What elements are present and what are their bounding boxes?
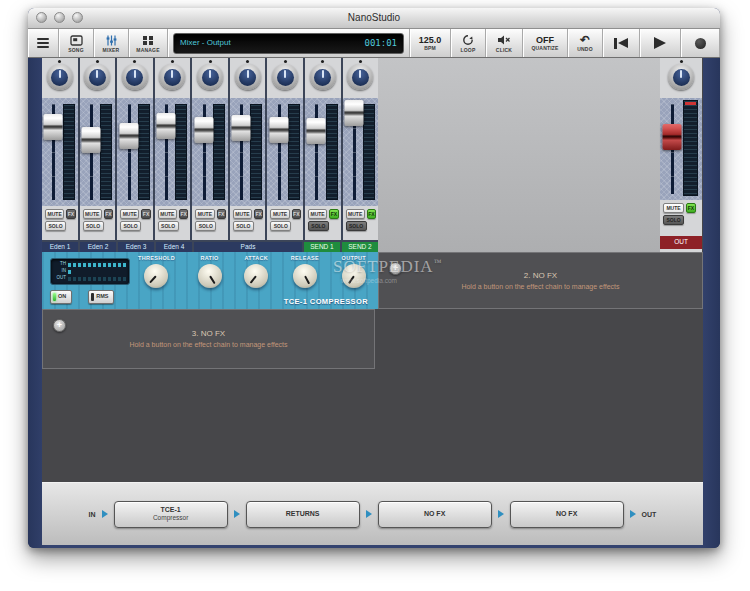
zoom-button[interactable]: [72, 12, 83, 23]
mute-button[interactable]: MUTE: [270, 209, 289, 219]
fader-handle[interactable]: [232, 115, 251, 141]
fader-handle[interactable]: [119, 123, 138, 149]
fx-slot-2[interactable]: + 2. NO FX Hold a button on the effect c…: [378, 252, 703, 309]
solo-button[interactable]: SOLO: [45, 221, 66, 231]
pan-knob[interactable]: [197, 64, 223, 90]
pan-knob[interactable]: [122, 64, 148, 90]
solo-button[interactable]: SOLO: [233, 221, 254, 231]
chain-node-1[interactable]: TCE-1Compressor: [114, 501, 228, 528]
pan-knob[interactable]: [310, 64, 336, 90]
fader-handle[interactable]: [157, 113, 176, 139]
fx-slot-title: 2. NO FX: [524, 272, 557, 280]
out-mute-button[interactable]: MUTE: [663, 203, 684, 213]
fx-button[interactable]: FX: [141, 209, 150, 219]
solo-button[interactable]: SOLO: [308, 221, 329, 231]
rewind-button[interactable]: [603, 29, 640, 57]
knob-position-mark: [171, 60, 174, 63]
song-button[interactable]: SONG: [59, 29, 94, 57]
undo-button[interactable]: ↶ UNDO: [568, 29, 603, 57]
mute-button[interactable]: MUTE: [233, 209, 252, 219]
fx-button[interactable]: FX: [292, 209, 301, 219]
fader-handle[interactable]: [344, 100, 363, 126]
solo-button[interactable]: SOLO: [83, 221, 104, 231]
fx-button[interactable]: FX: [329, 209, 338, 219]
fx-button[interactable]: FX: [254, 209, 263, 219]
fader-handle[interactable]: [269, 117, 288, 143]
pan-knob[interactable]: [272, 64, 298, 90]
channel-strip-5: MUTEFXSOLO: [192, 58, 228, 240]
record-button[interactable]: [681, 29, 720, 57]
pan-knob[interactable]: [347, 64, 373, 90]
out-fader-handle[interactable]: [662, 124, 681, 150]
add-effect-icon[interactable]: +: [389, 262, 402, 275]
solo-button[interactable]: SOLO: [120, 221, 141, 231]
out-solo-button[interactable]: SOLO: [663, 215, 684, 225]
on-led: [53, 293, 56, 301]
chain-node-4[interactable]: NO FX: [510, 501, 624, 528]
mute-button[interactable]: MUTE: [83, 209, 102, 219]
compressor-rms-button[interactable]: RMS: [88, 290, 114, 304]
fader-handle[interactable]: [194, 117, 213, 143]
pan-knob[interactable]: [235, 64, 261, 90]
mute-button[interactable]: MUTE: [45, 209, 64, 219]
mute-button[interactable]: MUTE: [158, 209, 177, 219]
mixer-button[interactable]: MIXER: [94, 29, 129, 57]
solo-button[interactable]: SOLO: [158, 221, 179, 231]
fx-slot-3[interactable]: + 3. NO FX Hold a button on the effect c…: [42, 309, 375, 369]
click-button[interactable]: CLICK: [486, 29, 523, 57]
lcd-display[interactable]: Mixer - Output 001:01: [173, 33, 404, 54]
comp-knob-pointer: [348, 275, 355, 284]
output-channel-strip: MUTE FX SOLO OUT: [660, 58, 702, 254]
solo-button[interactable]: SOLO: [270, 221, 291, 231]
pan-knob-pointer: [96, 70, 98, 78]
close-button[interactable]: [36, 12, 47, 23]
fader-well: [305, 98, 341, 206]
mute-button[interactable]: MUTE: [195, 209, 214, 219]
fader-handle[interactable]: [81, 127, 100, 153]
manage-label: MANAGE: [136, 48, 159, 53]
comp-knob[interactable]: [342, 264, 366, 288]
solo-button[interactable]: SOLO: [346, 221, 367, 231]
meter-segments: [68, 277, 126, 281]
solo-button[interactable]: SOLO: [195, 221, 216, 231]
out-fx-button[interactable]: FX: [686, 203, 696, 213]
minimize-button[interactable]: [54, 12, 65, 23]
comp-knob[interactable]: [198, 264, 222, 288]
fader-handle[interactable]: [44, 114, 63, 140]
fx-button[interactable]: FX: [66, 209, 75, 219]
pan-knob[interactable]: [84, 64, 110, 90]
out-pan-knob[interactable]: [668, 64, 694, 90]
pan-knob[interactable]: [159, 64, 185, 90]
pan-knob[interactable]: [47, 64, 73, 90]
play-button[interactable]: [640, 29, 681, 57]
fx-button[interactable]: FX: [104, 209, 113, 219]
add-effect-icon[interactable]: +: [53, 319, 66, 332]
bpm-button[interactable]: 125.0 BPM: [410, 29, 451, 57]
effect-chain-bar: INTCE-1CompressorRETURNSNO FXNO FXOUT: [42, 482, 703, 545]
manage-button[interactable]: MANAGE: [129, 29, 168, 57]
menu-button[interactable]: [28, 29, 59, 57]
comp-knob[interactable]: [293, 264, 317, 288]
mute-button[interactable]: MUTE: [346, 209, 365, 219]
mute-button[interactable]: MUTE: [308, 209, 327, 219]
fader-handle[interactable]: [307, 118, 326, 144]
fx-button[interactable]: FX: [367, 209, 376, 219]
compressor-on-button[interactable]: ON: [50, 290, 72, 304]
rewind-icon: [614, 38, 628, 49]
fx-button[interactable]: FX: [217, 209, 226, 219]
channel-label: Eden 4: [156, 242, 192, 252]
mute-button[interactable]: MUTE: [120, 209, 139, 219]
button-row: MUTEFX: [346, 209, 377, 219]
rms-button-label: RMS: [96, 294, 108, 300]
meter-row: IN: [54, 269, 126, 274]
loop-button[interactable]: LOOP: [451, 29, 486, 57]
fader-track[interactable]: [128, 104, 131, 200]
comp-knob[interactable]: [244, 264, 268, 288]
chain-node-3[interactable]: NO FX: [378, 501, 492, 528]
comp-knob-pointer: [250, 275, 257, 283]
quantize-button[interactable]: OFF QUANTIZE: [523, 29, 568, 57]
button-row: SOLO: [308, 221, 339, 231]
chain-node-2[interactable]: RETURNS: [246, 501, 360, 528]
comp-knob[interactable]: [144, 264, 168, 288]
fx-button[interactable]: FX: [179, 209, 188, 219]
